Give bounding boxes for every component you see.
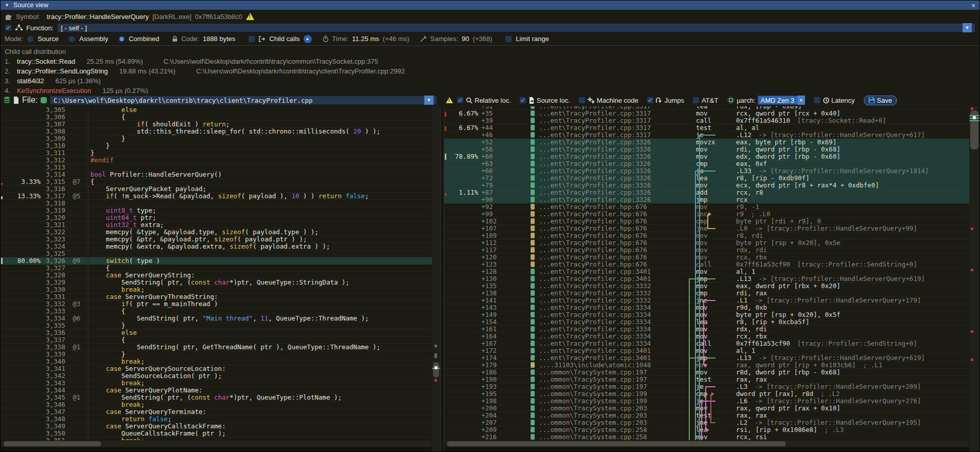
source-hscroll-handle[interactable] bbox=[4, 441, 101, 446]
function-checkbox[interactable] bbox=[5, 24, 12, 31]
assembly-row[interactable]: +207...ommon\TracySystem.cpp:203jne.L2->… bbox=[444, 419, 969, 426]
source-line[interactable]: 3,346break; bbox=[1, 401, 432, 408]
assembly-row[interactable]: 6.67%+44...ent\TracyProfiler.cpp:3317tes… bbox=[444, 124, 969, 131]
child-call-row[interactable]: 1.tracy::Socket::Read25.25 ms (54.89%)C:… bbox=[5, 56, 975, 66]
radio-source[interactable] bbox=[27, 35, 34, 43]
source-line[interactable]: 3,329SendString( ptr, (const char*)ptr, … bbox=[1, 279, 432, 286]
source-line[interactable]: 80.00%3,326@9switch( type ) bbox=[1, 257, 432, 265]
assembly-row[interactable]: +195...ommon\TracySystem.cpp:199cmpdword… bbox=[444, 390, 969, 398]
uarch-dropdown-arrow-icon[interactable]: ▼ bbox=[798, 96, 805, 105]
assembly-row[interactable]: +190...ommon\TracySystem.cpp:197testrax,… bbox=[444, 376, 969, 383]
assembly-row[interactable]: +161...ent\TracyProfiler.cpp:3334movrdx,… bbox=[444, 326, 969, 333]
source-line[interactable]: 3,320uint64_t ptr; bbox=[1, 214, 432, 221]
assembly-row[interactable]: +174...ent\TracyProfiler.cpp:3401jmp.L13… bbox=[444, 354, 969, 362]
source-loc-checkbox[interactable] bbox=[519, 97, 526, 104]
assembly-row[interactable]: +164...ent\TracyProfiler.cpp:3334movrcx,… bbox=[444, 333, 969, 340]
source-line[interactable]: 3,351break; bbox=[1, 437, 432, 440]
source-line[interactable]: 3,342SendSourceLocation( ptr ); bbox=[1, 372, 432, 380]
assembly-row[interactable]: +186...ommon\TracySystem.cpp:197movr8d, … bbox=[444, 369, 969, 376]
source-line[interactable]: 3,324memcpy( &extra, &payload.extra, siz… bbox=[1, 243, 432, 250]
assembly-row[interactable]: +123...ent\TracyProfiler.hpp:676call0x7f… bbox=[444, 261, 969, 268]
assembly-row[interactable]: +46...ent\TracyProfiler.cpp:3317je.L12->… bbox=[444, 131, 969, 139]
radio-combined[interactable] bbox=[118, 35, 125, 43]
source-line[interactable]: 3,309} bbox=[1, 135, 432, 142]
assembly-row[interactable]: 6.67%+35...ent\TracyProfiler.cpp:3317mov… bbox=[444, 110, 969, 117]
source-line[interactable]: 3,339} bbox=[1, 351, 432, 358]
source-line[interactable]: 3,310} bbox=[1, 142, 432, 149]
child-call-row[interactable]: 2.tracy::Profiler::SendLongString19.88 m… bbox=[5, 66, 975, 76]
source-hscrollbar[interactable] bbox=[2, 441, 431, 447]
limit-range-checkbox[interactable] bbox=[505, 35, 512, 43]
assembly-row[interactable]: +179....31103\include\atomic:1048movrax,… bbox=[444, 362, 969, 369]
latency-checkbox[interactable] bbox=[814, 97, 821, 104]
assembly-row[interactable]: +204...ommon\TracySystem.cpp:203testrax,… bbox=[444, 412, 969, 419]
assembly-row[interactable]: +216...ommon\TracySystem.cpp:258movrcx, … bbox=[444, 434, 969, 440]
assembly-row[interactable]: +200...ommon\TracySystem.cpp:203movrax, … bbox=[444, 405, 969, 412]
jumps-checkbox[interactable] bbox=[647, 97, 654, 104]
source-line[interactable]: 3,338@1SendString( ptr, GetThreadName( p… bbox=[1, 344, 432, 351]
assembly-row[interactable]: 78.89%+60...ent\TracyProfiler.cpp:3326mo… bbox=[444, 153, 969, 160]
assembly-row[interactable]: +90...ent\TracyProfiler.cpp:3326jmprcx bbox=[444, 196, 969, 203]
source-vscroll-handle[interactable] bbox=[433, 362, 439, 378]
assembly-hscroll-handle[interactable] bbox=[447, 441, 786, 446]
assembly-row[interactable]: +138...ent\TracyProfiler.cpp:3332cmprdi,… bbox=[444, 290, 969, 297]
assembly-row[interactable]: +39...ent\TracyProfiler.cpp:3317call0x7f… bbox=[444, 117, 969, 124]
assembly-row[interactable]: +141...ent\TracyProfiler.cpp:3332jne.L1-… bbox=[444, 297, 969, 304]
assembly-row[interactable]: +167...ent\TracyProfiler.cpp:3334call0x7… bbox=[444, 340, 969, 347]
source-line[interactable]: 3,335} bbox=[1, 322, 432, 329]
save-button[interactable]: Save bbox=[864, 96, 897, 105]
assembly-row[interactable]: +193...ommon\TracySystem.cpp:197je.L3-> … bbox=[444, 383, 969, 390]
machine-code-checkbox[interactable] bbox=[578, 97, 586, 104]
assembly-row[interactable]: +92...ent\TracyProfiler.hpp:676movr9, -1 bbox=[444, 203, 969, 211]
att-checkbox[interactable] bbox=[692, 97, 700, 104]
assembly-vscrollbar[interactable] bbox=[969, 106, 979, 452]
panel-splitter[interactable] bbox=[440, 106, 444, 452]
assembly-row[interactable]: +128...ent\TracyProfiler.cpp:3401moval, … bbox=[444, 268, 969, 275]
assembly-row[interactable]: +172...ent\TracyProfiler.cpp:3401moval, … bbox=[444, 347, 969, 354]
assembly-row[interactable]: +66...ent\TracyProfiler.cpp:3326ja.L33->… bbox=[444, 167, 969, 175]
radio-assembly[interactable] bbox=[68, 35, 76, 43]
source-line[interactable]: 13.33%3,317@5if( !m_sock->Read( &payload… bbox=[1, 193, 432, 200]
source-line[interactable]: 3,314bool Profiler::HandleServerQuery() bbox=[1, 171, 432, 178]
assembly-row[interactable]: +143...ent\TracyProfiler.cpp:3334movr9d,… bbox=[444, 304, 969, 311]
relative-loc-checkbox[interactable] bbox=[457, 97, 464, 104]
assembly-row[interactable]: 1.11%+87...ent\TracyProfiler.cpp:3326add… bbox=[444, 189, 969, 196]
source-line[interactable]: 3,345@1SendString( ptr, (const char*)ptr… bbox=[1, 394, 432, 401]
assembly-row[interactable]: +112...ent\TracyProfiler.hpp:676movbyte … bbox=[444, 239, 969, 247]
source-line[interactable]: 3,308std::this_thread::sleep_for( std::c… bbox=[1, 128, 432, 135]
assembly-row[interactable]: +102...ent\TracyProfiler.hpp:676cmpbyte … bbox=[444, 218, 969, 225]
assembly-row[interactable]: +120...ent\TracyProfiler.hpp:676movrcx, … bbox=[444, 254, 969, 261]
assembly-row[interactable]: +109...ent\TracyProfiler.hpp:676movr8, r… bbox=[444, 232, 969, 239]
assembly-row[interactable]: +56...ent\TracyProfiler.cpp:3326movrdi, … bbox=[444, 146, 969, 153]
child-calls-checkbox[interactable] bbox=[248, 35, 255, 43]
source-line[interactable]: 3.33%3,315@7{ bbox=[1, 178, 432, 185]
file-combo[interactable]: C:\Users\wolf\Desktop\darkrl\contrib\tra… bbox=[50, 96, 437, 105]
assembly-row[interactable]: +198...ommon\TracySystem.cpp:199je.L6-> … bbox=[444, 398, 969, 405]
source-line[interactable]: 3,318 bbox=[1, 200, 432, 207]
assembly-row[interactable]: +107...ent\TracyProfiler.hpp:676jne.L0->… bbox=[444, 225, 969, 232]
child-call-row[interactable]: 4.KeSynchronizeExecution125 µs (0.27%) bbox=[5, 86, 975, 94]
assembly-row[interactable]: +154...ent\TracyProfiler.cpp:3334lear8, … bbox=[444, 318, 969, 326]
source-line[interactable]: 3,327{ bbox=[1, 265, 432, 272]
source-line[interactable]: 3,343break; bbox=[1, 380, 432, 387]
source-line[interactable]: 3,305else bbox=[1, 106, 432, 114]
assembly-row[interactable]: +72...ent\TracyProfiler.cpp:3326lear8, [… bbox=[444, 175, 969, 182]
source-line[interactable]: 3,347case ServerQueryTerminate: bbox=[1, 408, 432, 416]
assembly-row[interactable]: +52...ent\TracyProfiler.cpp:3326movzxeax… bbox=[444, 139, 969, 146]
source-line[interactable]: 3,336else bbox=[1, 329, 432, 336]
collapse-all-button[interactable]: ▲ bbox=[304, 35, 312, 43]
function-dropdown-arrow-icon[interactable]: ▼ bbox=[963, 23, 972, 32]
assembly-row[interactable]: +79...ent\TracyProfiler.cpp:3326movecx, … bbox=[444, 182, 969, 189]
assembly-row[interactable]: +63...ent\TracyProfiler.cpp:3326cmpeax, … bbox=[444, 160, 969, 167]
source-line[interactable]: 3,312#endif bbox=[1, 157, 432, 164]
source-line[interactable]: 3,334@6SendString( ptr, "Main thread", 1… bbox=[1, 315, 432, 322]
function-combo[interactable]: [ - self - ] ▼ bbox=[57, 23, 975, 32]
assembly-hscrollbar[interactable] bbox=[445, 441, 968, 447]
assembly-row[interactable]: +149...ent\TracyProfiler.cpp:3334movbyte… bbox=[444, 311, 969, 318]
file-dropdown-arrow-icon[interactable]: ▼ bbox=[424, 96, 434, 105]
collapse-icon[interactable]: ▼ bbox=[5, 3, 9, 8]
source-line[interactable]: 3,319uint8_t type; bbox=[1, 207, 432, 214]
source-vscrollbar[interactable] bbox=[432, 106, 440, 452]
assembly-row[interactable]: +117...ent\TracyProfiler.hpp:676movrdx, … bbox=[444, 247, 969, 254]
assembly-row[interactable]: +209...ommon\TracySystem.cpp:258learsi, … bbox=[444, 426, 969, 434]
